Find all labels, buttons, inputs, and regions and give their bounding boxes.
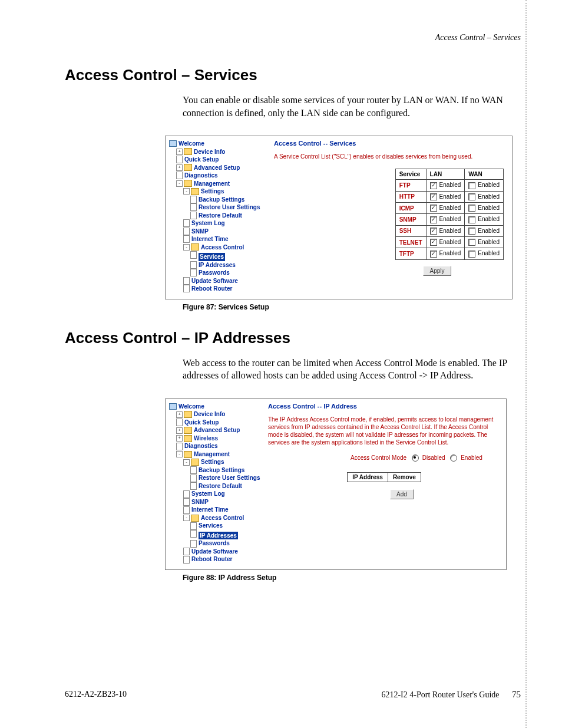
expand-icon[interactable]: - [183,244,190,251]
nav-tree-services: Welcome+Device InfoQuick Setup+Advanced … [166,136,272,299]
tree-node[interactable]: Restore Default [169,212,269,220]
tree-node[interactable]: Passwords [169,539,263,548]
tree-node[interactable]: SNMP [169,228,269,236]
tree-node-label: Settings [201,187,224,196]
footer-page-number: 75 [512,690,521,699]
page-edge-decoration [525,0,527,728]
tree-node[interactable]: +Device Info [169,148,269,156]
checkbox[interactable]: ✓ [430,228,437,235]
mode-disabled-radio[interactable] [412,454,419,462]
checkbox[interactable] [468,182,475,189]
expand-icon[interactable]: + [176,427,183,434]
tree-node[interactable]: Backup Settings [169,466,263,475]
tree-node[interactable]: Quick Setup [169,419,263,427]
service-cell: ✓Enabled [426,180,465,191]
section-para-ip: Web access to the router can be limited … [183,357,515,382]
document-icon [183,285,190,292]
checkbox[interactable] [468,205,475,212]
folder-icon [191,188,199,195]
expand-icon[interactable]: - [176,180,183,187]
tree-node-label: Access Control [201,243,244,252]
checkbox[interactable]: ✓ [430,205,437,212]
tree-node-label: Restore Default [199,212,242,220]
service-cell: ✓Enabled [426,225,465,236]
tree-node-label: Restore User Settings [199,203,260,212]
tree-node[interactable]: Passwords [169,269,269,277]
enabled-label: Enabled [478,250,500,256]
checkbox[interactable] [468,228,475,235]
expand-icon[interactable]: - [183,459,190,466]
running-header: Access Control – Services [65,33,521,42]
tree-node[interactable]: Restore User Settings [169,203,269,212]
tree-node[interactable]: Restore User Settings [169,474,263,482]
tree-node[interactable]: System Log [169,490,263,498]
checkbox[interactable] [468,216,475,223]
tree-node[interactable]: +Advanced Setup [169,426,263,434]
expand-icon[interactable]: + [176,435,183,442]
checkbox[interactable]: ✓ [430,216,437,223]
service-cell: Enabled [465,202,504,213]
expand-icon[interactable]: - [176,451,183,457]
expand-icon[interactable]: - [183,515,190,521]
tree-node-label: Passwords [199,269,230,277]
tree-node[interactable]: Update Software [169,277,269,285]
tree-node-label: Restore User Settings [199,474,260,482]
footer-doc-id: 6212-A2-ZB23-10 [65,690,127,700]
tree-node[interactable]: IP Addresses [169,530,263,540]
checkbox[interactable] [468,251,475,258]
tree-node-label: Device Info [194,148,225,156]
apply-button[interactable]: Apply [423,266,451,276]
tree-node[interactable]: Services [169,251,269,261]
tree-node[interactable]: +Advanced Setup [169,164,269,172]
expand-icon[interactable]: + [176,164,183,171]
tree-node[interactable]: -Access Control [169,243,269,252]
expand-icon[interactable]: - [183,188,190,195]
tree-node[interactable]: +Device Info [169,410,263,419]
tree-node[interactable]: Diagnostics [169,172,269,180]
checkbox[interactable]: ✓ [430,193,437,200]
tree-node[interactable]: +Wireless [169,434,263,443]
tree-node-label: IP Addresses [199,532,238,540]
expand-icon[interactable]: + [176,411,183,418]
checkbox[interactable]: ✓ [430,182,437,189]
tree-node[interactable]: SNMP [169,498,263,506]
tree-node[interactable]: Reboot Router [169,555,263,564]
checkbox[interactable]: ✓ [430,239,437,246]
checkbox[interactable] [468,193,475,200]
service-cell: ✓Enabled [426,214,465,225]
expand-icon[interactable]: + [176,149,183,155]
mode-enabled-radio[interactable] [450,454,457,462]
tree-node[interactable]: Internet Time [169,235,269,243]
tree-node[interactable]: System Log [169,219,269,228]
document-icon [183,506,190,514]
tree-node[interactable]: -Access Control [169,514,263,522]
tree-node[interactable]: -Management [169,180,269,188]
tree-node[interactable]: Internet Time [169,506,263,514]
table-row: TFTP✓EnabledEnabled [395,248,503,259]
checkbox[interactable]: ✓ [430,251,437,258]
tree-node-label: Reboot Router [191,555,232,564]
document-icon [190,212,197,219]
tree-node[interactable]: Restore Default [169,482,263,490]
enabled-label: Enabled [478,228,500,234]
tree-node[interactable]: Backup Settings [169,196,269,204]
footer-doc-title: 6212-I2 4-Port Router User's Guide [381,690,499,699]
tree-node-label: Internet Time [191,506,229,514]
tree-node-label: Settings [201,458,224,466]
tree-node[interactable]: -Settings [169,187,269,196]
table-row: FTP✓EnabledEnabled [395,180,503,191]
tree-node[interactable]: Welcome [169,403,263,411]
enabled-label: Enabled [439,216,461,222]
tree-node[interactable]: Reboot Router [169,285,269,293]
add-button[interactable]: Add [390,489,414,499]
tree-node[interactable]: -Management [169,450,263,459]
enabled-label: Enabled [478,193,500,200]
tree-node[interactable]: -Settings [169,458,263,466]
tree-node[interactable]: Update Software [169,548,263,556]
checkbox[interactable] [468,239,475,246]
tree-node[interactable]: Quick Setup [169,156,269,164]
tree-node[interactable]: Services [169,522,263,530]
tree-node[interactable]: Diagnostics [169,442,263,450]
tree-node[interactable]: IP Addresses [169,261,269,269]
tree-node[interactable]: Welcome [169,140,269,148]
